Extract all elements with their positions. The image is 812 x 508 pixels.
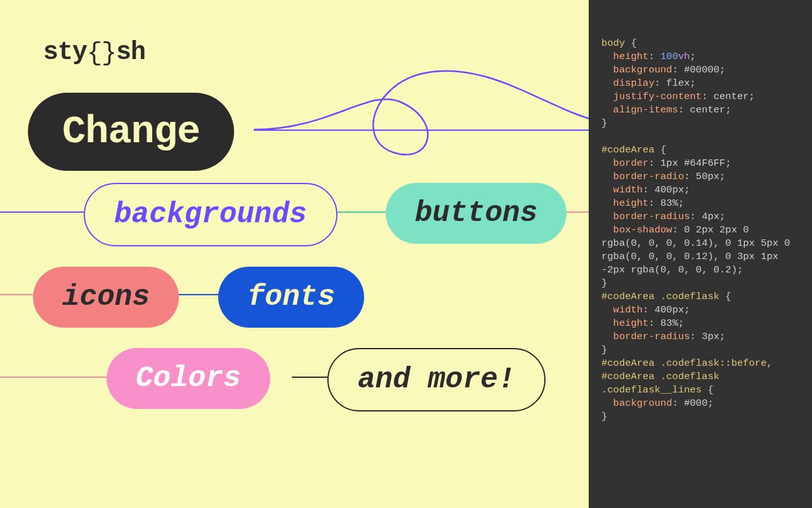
hero-panel: sty{}sh Change backgrounds buttons icons… <box>0 0 589 508</box>
connector-line <box>0 211 89 213</box>
pill-change: Change <box>28 93 234 171</box>
connector-line <box>171 294 222 295</box>
pill-fonts: fonts <box>218 267 364 328</box>
connector-line <box>0 294 33 295</box>
logo-text-pre: sty <box>43 38 87 67</box>
pill-more: and more! <box>327 348 546 411</box>
logo: sty{}sh <box>43 38 145 67</box>
connector-line <box>292 377 330 378</box>
connector-line <box>0 377 108 378</box>
code-panel: body { height: 100vh; background: #00000… <box>589 0 812 508</box>
squiggle-icon <box>254 64 589 178</box>
pill-icons: icons <box>33 267 179 328</box>
pill-backgrounds: backgrounds <box>84 183 337 246</box>
pill-buttons: buttons <box>386 183 566 244</box>
pill-colors: Colors <box>107 348 270 409</box>
logo-braces-icon: {} <box>87 39 116 68</box>
logo-text-post: sh <box>116 38 145 67</box>
